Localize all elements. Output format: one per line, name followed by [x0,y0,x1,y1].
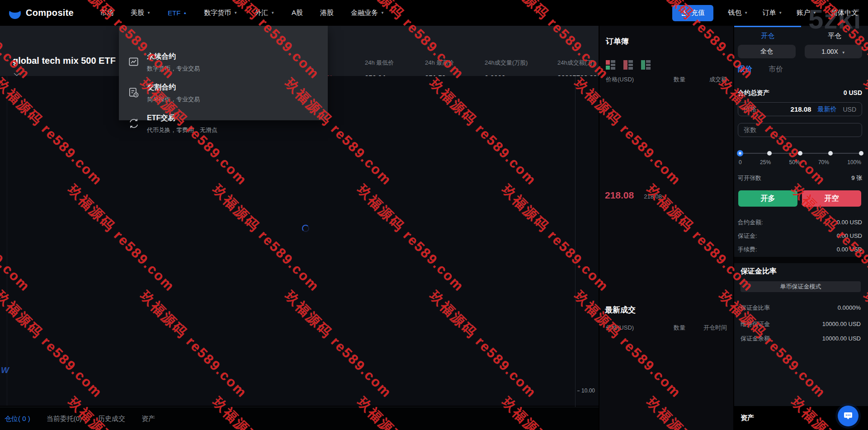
section-divider [734,257,868,263]
index-price: 218.08 [644,193,662,200]
quantity-slider[interactable]: 0 25% 50% 70% 100% [739,150,861,168]
etf-dropdown-menu: 永续合约 数字货币，专业交易 交割合约 简单操作，专业交易 ETF交易 代币兑换… [119,26,328,120]
price-value: 218.08 [791,105,811,113]
open-short-button[interactable]: 开空 [802,190,861,207]
recharge-button[interactable]: 充值 [672,5,713,21]
order-book-panel: 订单簿 价格(USD) 数量 成交额 218.08 218.08 最新成交 [599,26,734,430]
maintenance-margin-row: 维持保证金10000.00 USD [741,320,861,328]
nav-item-account[interactable]: 账户▼ [797,9,816,17]
chat-support-button[interactable] [838,406,859,426]
fee-row: 手续费:0.00 USD [738,246,862,254]
order-type-market[interactable]: 市价 [769,65,783,74]
margin-row: 保证金:0.00 USD [738,232,862,240]
latest-trades-headers: 价格(USD) 数量 开仓时间 [606,324,727,332]
use-latest-price-link[interactable]: 最新价 [817,105,836,113]
tab-assets[interactable]: 资产 [142,415,155,423]
leverage-button[interactable]: 1.00X▼ [805,45,862,58]
slider-stop-100[interactable] [859,151,863,156]
top-navbar: Composite 市场 美股▼ ETF▲ 数字货币▼ 外汇▼ A股 港股 金融… [0,0,868,26]
nav-item-etf[interactable]: ETF▲ [168,9,187,17]
main-nav: 市场 美股▼ ETF▲ 数字货币▼ 外汇▼ A股 港股 金融业务▼ [100,9,384,17]
slider-stop-70[interactable] [828,151,833,156]
open-close-tabs: 开仓 平仓 [734,26,868,46]
caret-down-icon: ▼ [271,11,274,15]
chart-left-scale-line [7,76,7,406]
nav-item-forex[interactable]: 外汇▼ [255,9,274,17]
slider-stop-50[interactable] [798,151,802,156]
order-book-view-toggles [606,60,651,70]
single-currency-margin-mode-button[interactable]: 单币保证金模式 [741,281,861,292]
nav-item-orders[interactable]: 订单▼ [762,9,782,17]
nav-item-language[interactable]: 简体中文 [831,9,858,17]
brand-logo-icon [9,7,21,19]
menu-item-delivery-contract[interactable]: 交割合约 简单操作，专业交易 [128,83,318,104]
order-type-row: 限价 市价 [738,65,783,74]
caret-down-icon: ▼ [234,11,237,15]
slider-handle[interactable] [737,150,743,156]
trading-app: Composite 市场 美股▼ ETF▲ 数字货币▼ 外汇▼ A股 港股 金融… [0,0,868,430]
tab-open-position[interactable]: 开仓 [734,26,801,46]
book-view-both-icon[interactable] [606,60,615,70]
symbol-title: global tech mix 500 ETF [13,56,116,66]
nav-item-market[interactable]: 市场 [100,9,113,17]
tab-close-position[interactable]: 平仓 [801,26,868,46]
chart-gridline [575,76,576,430]
contract-amount-row: 合约金额:0.00 USD [738,218,862,227]
brand-name: Composite [26,8,74,18]
book-view-asks-icon[interactable] [623,60,633,70]
nav-item-crypto[interactable]: 数字货币▼ [204,9,237,17]
menu-item-etf-trading[interactable]: ETF交易 代币兑换，零费用，无滑点 [128,113,318,134]
menu-item-perpetual-contract[interactable]: 永续合约 数字货币，专业交易 [128,52,318,73]
margin-mode-button[interactable]: 全仓 [738,45,796,58]
last-price-row: 218.08 218.08 [605,190,662,201]
last-price: 218.08 [605,190,634,201]
nav-item-us-stocks[interactable]: 美股▼ [131,9,151,17]
margin-ratio-title: 保证金比率 [741,267,777,276]
chart-logo-watermark: W [1,365,9,375]
trade-panel: 开仓 平仓 全仓 1.00X▼ 限价 市价 合约总资产 0 USD 价格 218… [734,26,868,430]
nav-item-wallet[interactable]: 钱包▼ [728,9,748,17]
caret-down-icon: ▼ [842,51,845,55]
order-type-limit[interactable]: 限价 [738,65,752,74]
caret-down-icon: ▼ [778,11,782,15]
caret-down-icon: ▼ [147,11,151,15]
tab-trade-history[interactable]: 历史成交 [98,415,125,423]
order-book-title: 订单簿 [606,36,629,47]
swap-circular-icon [128,118,140,129]
price-input[interactable]: 价格 218.08 最新价 USD [738,102,862,116]
quantity-input[interactable]: 张数 [738,123,862,137]
book-view-bids-icon[interactable] [641,60,651,70]
download-icon [681,9,688,16]
total-assets-row: 合约总资产 0 USD [738,89,862,97]
latest-trades-title: 最新成交 [605,305,636,315]
margin-balance-row: 保证金余额10000.00 USD [741,335,861,343]
tab-positions[interactable]: 仓位( 0 ) [5,415,30,423]
margin-ratio-row: 保证金比率0.0000% [741,304,861,312]
caret-down-icon: ▼ [381,11,384,15]
nav-right-group: 充值 钱包▼ 订单▼ 账户▼ 简体中文 [672,5,868,21]
nav-item-financial-services[interactable]: 金融业务▼ [351,9,384,17]
tab-open-orders[interactable]: 当前委托(0) [47,415,82,423]
document-clock-icon [128,87,140,99]
caret-up-icon: ▲ [183,11,187,15]
caret-down-icon: ▼ [813,11,816,15]
kline-contract-icon [128,56,140,68]
positions-tab-bar: 仓位( 0 ) 当前委托(0) 历史成交 资产 [0,407,599,430]
chat-bubble-icon [843,411,854,421]
nav-item-hk-stocks[interactable]: 港股 [320,9,334,17]
slider-stop-25[interactable] [767,151,772,156]
order-book-headers: 价格(USD) 数量 成交额 [606,76,727,84]
y-axis-label: 10.00 [577,387,595,394]
open-long-button[interactable]: 开多 [738,190,797,207]
available-contracts-row: 可开张数 9 张 [738,174,862,182]
loading-spinner-icon [302,225,309,232]
nav-item-a-shares[interactable]: A股 [292,9,303,17]
caret-down-icon: ▼ [744,11,748,15]
